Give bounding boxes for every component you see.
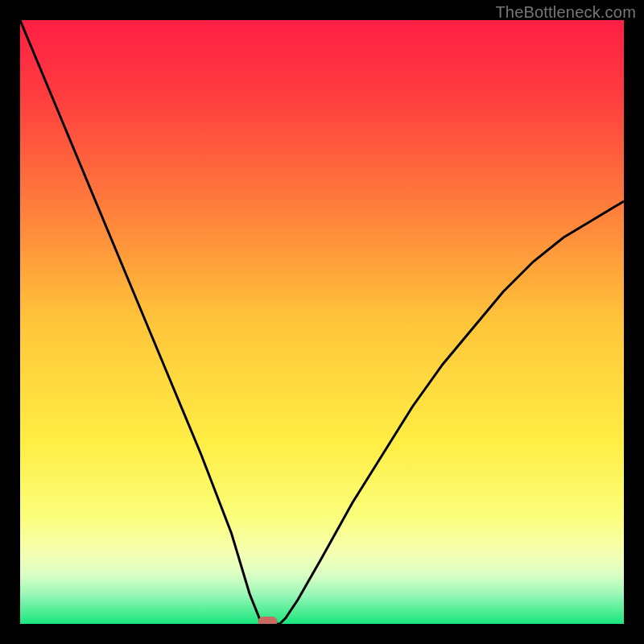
gradient-background — [20, 20, 624, 624]
optimal-marker — [258, 617, 278, 624]
chart-frame — [20, 20, 624, 624]
bottleneck-chart — [20, 20, 624, 624]
watermark-text: TheBottleneck.com — [495, 3, 636, 22]
